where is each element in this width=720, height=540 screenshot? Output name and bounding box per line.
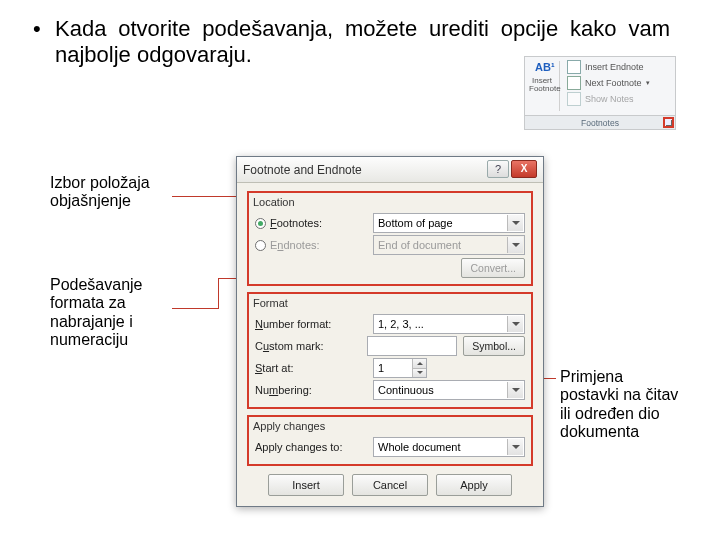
connector-line: [172, 196, 236, 197]
insert-footnote-label: Insert Footnote: [529, 77, 555, 93]
cancel-button[interactable]: Cancel: [352, 474, 428, 496]
apply-to-combo[interactable]: Whole document: [373, 437, 525, 457]
dialog-titlebar[interactable]: Footnote and Endnote ? X: [237, 157, 543, 183]
chevron-down-icon[interactable]: [507, 316, 523, 332]
convert-button: Convert...: [461, 258, 525, 278]
next-footnote-icon[interactable]: [567, 76, 581, 90]
chevron-down-icon[interactable]: [507, 382, 523, 398]
numbering-combo[interactable]: Continuous: [373, 380, 525, 400]
endnotes-radio-label[interactable]: Endnotes:: [255, 239, 367, 251]
numbering-label: Numbering:: [255, 384, 367, 396]
group-title: Apply changes: [253, 420, 525, 432]
location-group: Location Footnotes: Bottom of page Endno…: [247, 191, 533, 286]
number-format-combo[interactable]: 1, 2, 3, ...: [373, 314, 525, 334]
custom-mark-input[interactable]: [367, 336, 457, 356]
spin-up-icon[interactable]: [412, 359, 426, 369]
footnotes-radio-label[interactable]: Footnotes:: [255, 217, 367, 229]
radio-selected-icon[interactable]: [255, 218, 266, 229]
close-button[interactable]: X: [511, 160, 537, 178]
custom-mark-label: Custom mark:: [255, 340, 361, 352]
format-group: Format Number format: 1, 2, 3, ... Custo…: [247, 292, 533, 409]
start-at-label: Start at:: [255, 362, 367, 374]
chevron-down-icon[interactable]: [507, 439, 523, 455]
next-footnote-label[interactable]: Next Footnote: [585, 78, 642, 88]
dialog-launcher-icon[interactable]: [663, 117, 674, 128]
group-title: Location: [253, 196, 525, 208]
dialog-title: Footnote and Endnote: [243, 163, 362, 177]
ribbon-group-label: Footnotes: [525, 115, 675, 129]
connector-line: [218, 278, 236, 279]
start-at-spinner[interactable]: 1: [373, 358, 427, 378]
connector-line: [218, 278, 219, 309]
callout-location: Izbor položaja objašnjenje: [50, 174, 170, 211]
apply-to-label: Apply changes to:: [255, 441, 367, 453]
ribbon-footnotes-group: AB¹ Insert Footnote Insert Endnote Next …: [524, 56, 676, 130]
symbol-button[interactable]: Symbol...: [463, 336, 525, 356]
chevron-down-icon[interactable]: [507, 215, 523, 231]
insert-button[interactable]: Insert: [268, 474, 344, 496]
apply-button[interactable]: Apply: [436, 474, 512, 496]
callout-apply: Primjena postavki na čitav ili određen d…: [560, 368, 680, 442]
connector-line: [172, 308, 218, 309]
radio-icon[interactable]: [255, 240, 266, 251]
spin-down-icon[interactable]: [412, 369, 426, 378]
help-button[interactable]: ?: [487, 160, 509, 178]
insert-endnote-icon[interactable]: [567, 60, 581, 74]
footnotes-position-combo[interactable]: Bottom of page: [373, 213, 525, 233]
show-notes-icon: [567, 92, 581, 106]
footnote-endnote-dialog: Footnote and Endnote ? X Location Footno…: [236, 156, 544, 507]
insert-endnote-label[interactable]: Insert Endnote: [585, 62, 644, 72]
insert-footnote-icon[interactable]: AB¹: [535, 61, 549, 75]
callout-format: Podešavanje formata za nabrajanje i nume…: [50, 276, 170, 350]
chevron-down-icon: [507, 237, 523, 253]
group-title: Format: [253, 297, 525, 309]
show-notes-label: Show Notes: [585, 94, 634, 104]
endnotes-position-combo: End of document: [373, 235, 525, 255]
number-format-label: Number format:: [255, 318, 367, 330]
apply-changes-group: Apply changes Apply changes to: Whole do…: [247, 415, 533, 466]
